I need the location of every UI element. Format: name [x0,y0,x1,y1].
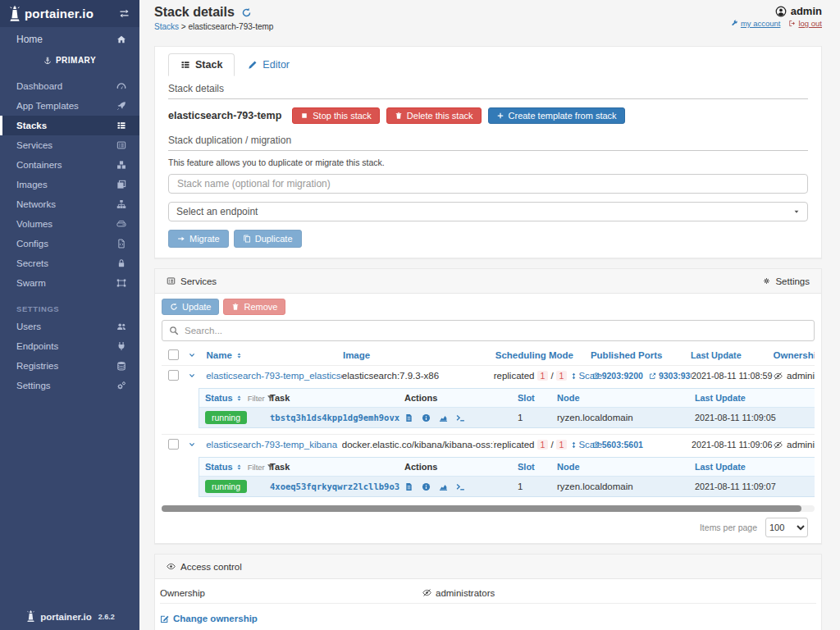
column-header-published-ports[interactable]: Published Ports [591,350,663,360]
service-name-link[interactable]: elasticsearch-793-temp_kibana [206,440,342,450]
collapse-sidebar-icon[interactable] [119,8,130,19]
tab-editor[interactable]: Editor [236,53,301,76]
sidebar-item-dashboard[interactable]: Dashboard [0,76,139,96]
chevron-down-icon[interactable] [189,372,195,379]
migrate-button[interactable]: Migrate [168,230,229,248]
endpoint-select[interactable]: Select an endpoint [168,202,808,221]
my-account-link[interactable]: my account [731,19,781,28]
plus-icon [496,112,504,120]
update-service-button[interactable]: Update [162,299,219,315]
file-icon [116,239,126,249]
service-ownership: administrators [774,440,815,450]
table-settings-button[interactable]: Settings [762,276,810,286]
duplicate-button[interactable]: Duplicate [234,230,302,248]
change-ownership-link[interactable]: Change ownership [160,614,258,623]
scrollbar-thumb[interactable] [162,505,801,512]
sidebar-item-label: Networks [16,199,56,209]
task-column-node: Node [557,393,695,403]
stack-name-input[interactable] [168,174,808,194]
info-icon[interactable] [422,482,431,491]
row-checkbox[interactable] [168,439,179,450]
external-link-icon [649,372,656,380]
sidebar-item-secrets[interactable]: Secrets [0,253,139,273]
tab-stack[interactable]: Stack [168,53,235,76]
task-row: runningtbstq3h1ds4kpp1dg9emh9ovx1ryzen.l… [199,408,815,427]
chart-icon[interactable] [439,413,448,422]
sidebar-item-images[interactable]: Images [0,175,139,194]
column-header-scheduling-mode[interactable]: Scheduling Mode [495,350,573,360]
row-checkbox[interactable] [168,370,179,381]
refresh-icon[interactable] [241,7,252,18]
sidebar-item-endpoints[interactable]: Endpoints [0,336,139,356]
ownership-row: Ownership administrators [160,582,816,604]
sidebar-item-containers[interactable]: Containers [0,155,139,175]
select-all-checkbox[interactable] [168,349,179,360]
service-name-link[interactable]: elasticsearch-793-temp_elasticsearch [206,371,342,381]
log-out-link[interactable]: log out [788,19,822,28]
endpoint-primary[interactable]: PRIMARY [0,51,139,70]
chevron-down-icon[interactable] [189,441,195,448]
sidebar-item-home[interactable]: Home [0,27,139,51]
chevron-down-icon[interactable] [189,352,195,358]
search-bar [162,320,815,341]
user-menu[interactable]: admin [731,5,822,17]
column-header-ownership[interactable]: Ownership [774,350,815,360]
scale-icon [570,372,578,380]
edit-icon [160,614,169,623]
info-icon[interactable] [422,413,431,422]
sidebar-brand[interactable]: portainer.io [0,0,139,27]
tasks-header: StatusFilterTaskActionsSlotNodeLast Upda… [199,389,815,408]
sidebar-item-networks[interactable]: Networks [0,194,139,214]
sidebar-item-label: Swarm [16,278,46,288]
file-text-icon[interactable] [404,413,413,422]
horizontal-scrollbar[interactable] [162,505,815,512]
task-id-link[interactable]: 4xoeq53fqrkyqwrz2lcllb9o3 [270,482,399,491]
sidebar-item-configs[interactable]: Configs [0,234,139,253]
access-control-title: Access control [167,562,242,572]
sidebar-item-app-templates[interactable]: App Templates [0,96,139,116]
items-per-page-select[interactable]: 100 [765,518,808,537]
duplication-note: This feature allows you to duplicate or … [168,158,808,167]
create-template-button[interactable]: Create template from stack [488,107,625,124]
delete-stack-button[interactable]: Delete this stack [386,107,482,124]
chart-icon[interactable] [439,482,448,491]
service-last-update: 2021-08-11 11:08:59 [692,371,774,381]
task-actions [404,482,518,491]
terminal-icon[interactable] [456,482,465,491]
task-status-badge: running [205,411,247,424]
column-header-name[interactable]: Name [206,350,242,360]
portainer-logo-icon [25,610,37,623]
task-column-status[interactable]: Status [205,462,243,472]
sidebar-item-services[interactable]: Services [0,135,139,155]
brand-name: portainer.io [25,7,119,21]
terminal-icon[interactable] [456,413,465,422]
column-header-image[interactable]: Image [343,350,370,360]
sidebar-item-stacks[interactable]: Stacks [0,116,139,135]
layers-icon [116,180,126,189]
sidebar-footer: portainer.io 2.6.2 [0,610,139,623]
home-label: Home [16,34,43,45]
remove-service-button[interactable]: Remove [223,299,285,315]
breadcrumb-stacks-link[interactable]: Stacks [154,22,179,31]
wrench-icon [731,20,738,27]
stack-details-heading: Stack details [168,83,808,99]
search-input[interactable] [162,320,815,341]
stop-stack-button[interactable]: Stop this stack [292,107,380,124]
sidebar-item-swarm[interactable]: Swarm [0,273,139,293]
sidebar-item-users[interactable]: Users [0,317,139,336]
main-content: Stack details Stacks > elasticsearch-793… [139,0,840,630]
task-id-link[interactable]: tbstq3h1ds4kpp1dg9emh9ovx [270,413,399,422]
service-published-ports: 9203:92009303:9300 [592,371,692,381]
sidebar-item-volumes[interactable]: Volumes [0,214,139,234]
published-port-link[interactable]: 9203:9200 [592,371,643,381]
published-port-link[interactable]: 9303:9300 [649,371,692,381]
eye-slash-icon [774,372,783,381]
sidebar-item-settings[interactable]: Settings [0,376,139,395]
task-column-status[interactable]: Status [205,393,243,403]
sitemap-icon [116,199,126,209]
caret-down-icon [793,208,800,215]
file-text-icon[interactable] [404,482,413,491]
column-header-last-update[interactable]: Last Update [691,350,742,360]
published-port-link[interactable]: 5603:5601 [592,440,643,450]
sidebar-item-registries[interactable]: Registries [0,356,139,376]
